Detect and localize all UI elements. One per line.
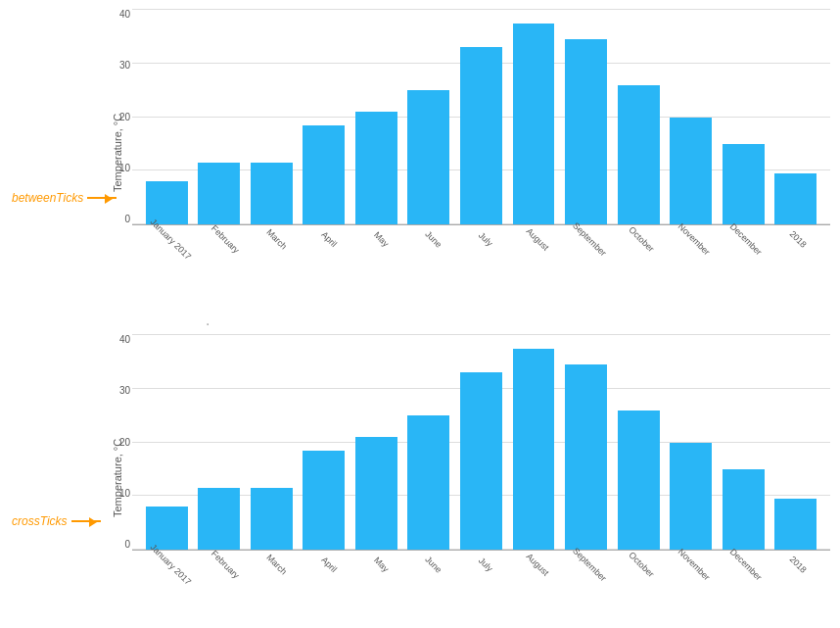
x-tick-label: May bbox=[354, 227, 403, 296]
bar-group bbox=[561, 335, 611, 550]
x-tick-label: July bbox=[459, 227, 508, 296]
x-tick-label: June bbox=[406, 227, 455, 296]
chart2-bars bbox=[132, 335, 830, 550]
bar-group bbox=[561, 10, 611, 224]
x-tick-label: April bbox=[303, 227, 351, 296]
x-tick-label: February bbox=[199, 227, 248, 296]
x-tick-label: November bbox=[667, 553, 716, 621]
bar-group bbox=[300, 10, 350, 224]
cross-ticks-label: crossTicks bbox=[12, 514, 101, 528]
x-tick-label: June bbox=[406, 553, 455, 621]
bar bbox=[407, 90, 449, 224]
chart1-x-axis: January 2017FebruaryMarchAprilMayJuneJul… bbox=[132, 227, 830, 296]
x-tick-label: 2018 bbox=[771, 227, 820, 296]
bar bbox=[565, 39, 607, 224]
bar bbox=[355, 437, 397, 550]
bar bbox=[565, 364, 607, 550]
bar bbox=[618, 85, 660, 224]
chart2-grid: 0 10 20 30 40 bbox=[132, 335, 830, 551]
bar bbox=[303, 125, 345, 224]
bar-group bbox=[142, 335, 192, 550]
bar-group bbox=[666, 335, 716, 550]
chart1-container: betweenTicks Temperature, °C 0 10 20 30 … bbox=[10, 10, 830, 296]
bar-group bbox=[195, 335, 245, 550]
x-tick-label: August bbox=[511, 553, 560, 621]
bar bbox=[723, 469, 765, 550]
bar-group bbox=[614, 335, 664, 550]
chart1-area: 0 10 20 30 40 bbox=[132, 10, 830, 296]
bar-group bbox=[456, 335, 506, 550]
x-tick-label: December bbox=[720, 227, 769, 296]
bar bbox=[251, 163, 293, 224]
x-tick-label: February bbox=[199, 553, 248, 621]
chart2-area: 0 10 20 30 40 bbox=[132, 335, 830, 621]
bar bbox=[513, 24, 555, 224]
x-tick-label: May bbox=[354, 553, 403, 621]
x-tick-label: November bbox=[667, 227, 716, 296]
chart2-y-ticks: 0 10 20 30 40 bbox=[103, 335, 130, 550]
x-tick-label: October bbox=[615, 227, 664, 296]
bar bbox=[670, 118, 712, 225]
bar bbox=[460, 47, 502, 224]
x-tick-label: 2018 bbox=[771, 553, 820, 621]
bar bbox=[198, 163, 240, 224]
x-tick-label: August bbox=[511, 227, 560, 296]
bar bbox=[774, 499, 817, 550]
between-ticks-label: betweenTicks bbox=[12, 191, 117, 205]
bar bbox=[355, 112, 397, 224]
x-tick-label: March bbox=[251, 227, 300, 296]
bar bbox=[774, 173, 817, 224]
bar-group bbox=[247, 335, 297, 550]
bar-group bbox=[719, 335, 769, 550]
x-tick-label: October bbox=[615, 553, 664, 621]
bar-group bbox=[509, 10, 559, 224]
bar bbox=[198, 488, 240, 550]
bar bbox=[303, 451, 345, 550]
bar bbox=[670, 443, 712, 551]
bar-group bbox=[719, 10, 769, 224]
bar-group bbox=[300, 335, 350, 550]
bar-group bbox=[351, 10, 401, 224]
x-tick-label: January 2017 bbox=[142, 553, 196, 621]
bar-group bbox=[404, 10, 454, 224]
x-tick-label: September bbox=[563, 553, 612, 621]
bar bbox=[723, 144, 765, 224]
chart1-grid: 0 10 20 30 40 bbox=[132, 10, 830, 225]
bar-group bbox=[666, 10, 716, 224]
chart1-bars bbox=[132, 10, 830, 224]
x-tick-label: September bbox=[563, 227, 612, 296]
bar-group bbox=[142, 10, 192, 224]
cross-ticks-arrow bbox=[71, 520, 101, 522]
bar-group bbox=[770, 10, 820, 224]
bar bbox=[513, 349, 555, 550]
bar-group bbox=[614, 10, 664, 224]
x-tick-label: March bbox=[251, 553, 300, 621]
chart2-container: crossTicks Temperature, °C 0 10 20 30 40 bbox=[10, 335, 830, 621]
bar-group bbox=[195, 10, 245, 224]
bar-group bbox=[456, 10, 506, 224]
bar-group bbox=[247, 10, 297, 224]
bar-group bbox=[351, 335, 401, 550]
bar bbox=[407, 415, 449, 550]
x-tick-label: April bbox=[303, 553, 351, 621]
x-tick-label: July bbox=[459, 553, 508, 621]
bar-group bbox=[770, 335, 820, 550]
bar bbox=[146, 181, 188, 224]
x-tick-label: January 2017 bbox=[142, 227, 196, 296]
chart2-x-axis: January 2017FebruaryMarchAprilMayJuneJul… bbox=[132, 553, 830, 621]
bar bbox=[146, 507, 188, 550]
x-tick-label: December bbox=[720, 553, 769, 621]
bar bbox=[251, 488, 293, 550]
bar bbox=[618, 411, 660, 550]
bar-group bbox=[404, 335, 454, 550]
bar-group bbox=[509, 335, 559, 550]
bar bbox=[460, 372, 502, 550]
chart1-y-ticks: 0 10 20 30 40 bbox=[103, 10, 130, 224]
